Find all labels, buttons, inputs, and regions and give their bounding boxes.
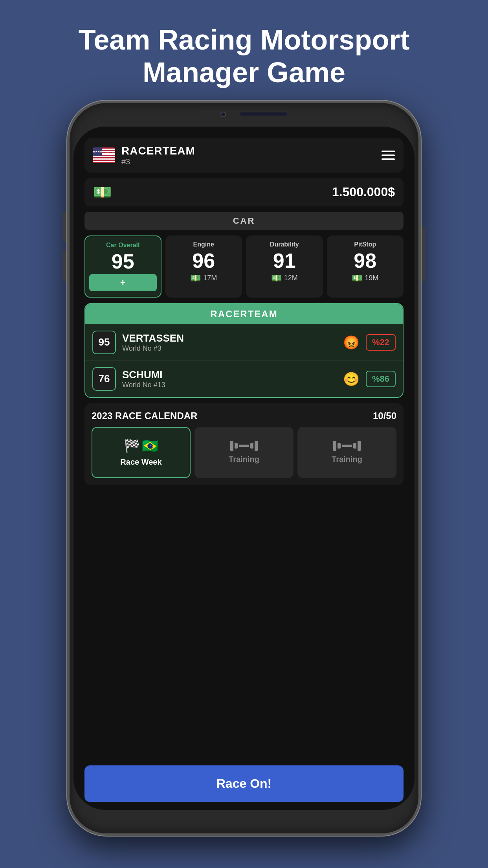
app-header: ★★★★★★★★★★★★★★★★★★★★★★★★★★★★★★★★★★★★★★★★… bbox=[84, 138, 404, 173]
car-stats: Car Overall 95 + Engine 96 💵 17M bbox=[84, 235, 404, 298]
phone-camera bbox=[220, 112, 226, 117]
calendar-section: 2023 RACE CALENDAR 10/50 🏁 🇧🇷 Race Week bbox=[84, 403, 404, 485]
phone-frame: ★★★★★★★★★★★★★★★★★★★★★★★★★★★★★★★★★★★★★★★★… bbox=[67, 101, 421, 836]
team-section: RACERTEAM 95 VERTASSEN World No #3 😡 %22 bbox=[84, 303, 404, 398]
calendar-items: 🏁 🇧🇷 Race Week bbox=[92, 427, 396, 478]
stat-durability-value: 91 bbox=[273, 250, 296, 271]
stat-durability-cost: 💵 12M bbox=[271, 273, 298, 283]
money-bar: 💵 1.500.000$ bbox=[84, 178, 404, 206]
car-section-label: CAR bbox=[84, 212, 404, 230]
stat-pitstop-label: PitStop bbox=[354, 241, 376, 248]
driver-rating-schumi: 76 bbox=[92, 367, 116, 391]
menu-button[interactable] bbox=[382, 151, 395, 160]
driver-name-vertassen: VERTASSEN bbox=[122, 332, 337, 344]
phone-screen: ★★★★★★★★★★★★★★★★★★★★★★★★★★★★★★★★★★★★★★★★… bbox=[73, 127, 415, 810]
calendar-item-training-2[interactable]: Training bbox=[297, 427, 396, 478]
team-name: RACERTEAM bbox=[121, 145, 195, 157]
power-button bbox=[422, 226, 425, 281]
driver-condition-schumi: %86 bbox=[366, 371, 396, 387]
driver-condition-vertassen: %22 bbox=[366, 334, 396, 351]
training-label-1: Training bbox=[229, 455, 259, 464]
driver-name-schumi: SCHUMI bbox=[122, 369, 337, 381]
team-number: #3 bbox=[121, 157, 195, 166]
driver-mood-schumi: 😊 bbox=[343, 371, 360, 387]
driver-row-vertassen: 95 VERTASSEN World No #3 😡 %22 bbox=[85, 324, 403, 361]
volume-down-button bbox=[63, 250, 66, 281]
training-icon-2 bbox=[333, 441, 361, 451]
screen-content: ★★★★★★★★★★★★★★★★★★★★★★★★★★★★★★★★★★★★★★★★… bbox=[73, 127, 415, 761]
phone-speaker bbox=[240, 112, 287, 116]
training-label-2: Training bbox=[332, 455, 362, 464]
money-icon: 💵 bbox=[93, 184, 112, 201]
calendar-progress: 10/50 bbox=[373, 410, 396, 421]
team-info: RACERTEAM #3 bbox=[121, 145, 195, 166]
training-icon-1 bbox=[230, 441, 258, 451]
stat-overall-value: 95 bbox=[112, 251, 134, 272]
team-section-header: RACERTEAM bbox=[85, 304, 403, 324]
volume-up-button bbox=[63, 211, 66, 242]
stat-pitstop-cost: 💵 19M bbox=[352, 273, 378, 283]
stat-pitstop: PitStop 98 💵 19M bbox=[327, 235, 404, 298]
driver-rank-schumi: World No #13 bbox=[122, 381, 337, 389]
driver-mood-vertassen: 😡 bbox=[343, 335, 360, 350]
driver-info-schumi: SCHUMI World No #13 bbox=[122, 369, 337, 389]
flag-canton: ★★★★★★★★★★★★★★★★★★★★★★★★★★★★★★★★★★★★★★★★… bbox=[93, 147, 102, 156]
stat-engine: Engine 96 💵 17M bbox=[165, 235, 242, 298]
barbell-icon-1 bbox=[230, 441, 258, 451]
driver-row-schumi: 76 SCHUMI World No #13 😊 %86 bbox=[85, 361, 403, 397]
stat-engine-cost: 💵 17M bbox=[190, 273, 217, 283]
driver-rank-vertassen: World No #3 bbox=[122, 344, 337, 353]
calendar-header: 2023 RACE CALENDAR 10/50 bbox=[92, 410, 396, 421]
stat-pitstop-value: 98 bbox=[354, 250, 376, 271]
upgrade-button[interactable]: + bbox=[89, 274, 157, 291]
header-left: ★★★★★★★★★★★★★★★★★★★★★★★★★★★★★★★★★★★★★★★★… bbox=[93, 145, 195, 166]
us-flag: ★★★★★★★★★★★★★★★★★★★★★★★★★★★★★★★★★★★★★★★★… bbox=[93, 147, 115, 163]
stat-car-overall: Car Overall 95 + bbox=[84, 235, 161, 298]
stat-engine-label: Engine bbox=[193, 241, 214, 248]
stat-engine-value: 96 bbox=[192, 250, 215, 271]
calendar-title: 2023 RACE CALENDAR bbox=[92, 410, 197, 421]
calendar-item-training-1[interactable]: Training bbox=[194, 427, 294, 478]
phone-body: ★★★★★★★★★★★★★★★★★★★★★★★★★★★★★★★★★★★★★★★★… bbox=[67, 101, 421, 836]
page-title: Team Racing Motorsport Manager Game bbox=[47, 0, 441, 105]
race-on-button[interactable]: Race On! bbox=[84, 765, 404, 802]
money-amount: 1.500.000$ bbox=[332, 185, 395, 199]
calendar-item-race-week[interactable]: 🏁 🇧🇷 Race Week bbox=[92, 427, 191, 478]
race-week-icon: 🏁 🇧🇷 bbox=[124, 438, 158, 454]
barbell-icon-2 bbox=[333, 441, 361, 451]
stat-overall-label: Car Overall bbox=[106, 242, 139, 249]
driver-rating-vertassen: 95 bbox=[92, 331, 116, 354]
stat-durability-label: Durability bbox=[270, 241, 299, 248]
team-flag: ★★★★★★★★★★★★★★★★★★★★★★★★★★★★★★★★★★★★★★★★… bbox=[93, 147, 115, 163]
driver-info-vertassen: VERTASSEN World No #3 bbox=[122, 332, 337, 353]
race-week-label: Race Week bbox=[120, 458, 161, 467]
stat-durability: Durability 91 💵 12M bbox=[246, 235, 323, 298]
